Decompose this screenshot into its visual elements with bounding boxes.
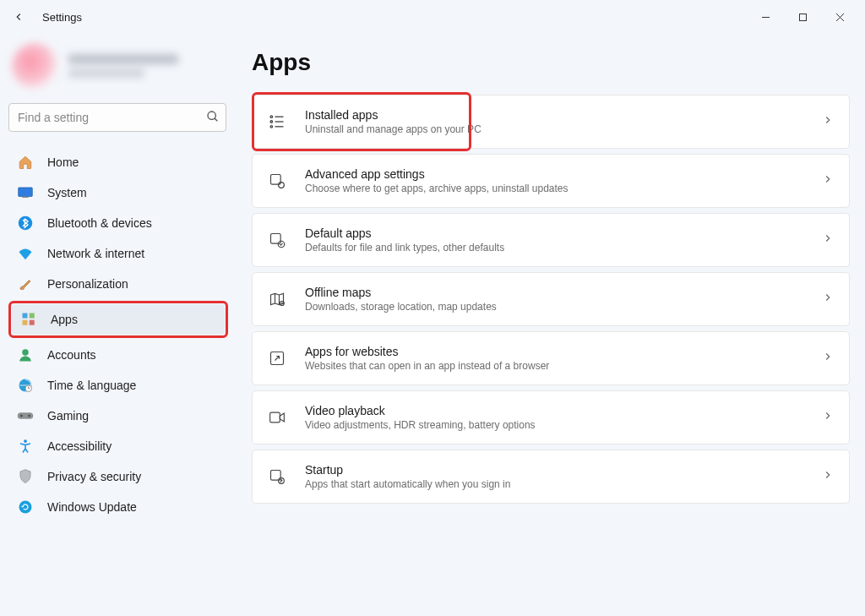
page-title: Apps bbox=[252, 49, 850, 76]
nav-bluetooth[interactable]: Bluetooth & devices bbox=[8, 208, 228, 238]
svg-rect-7 bbox=[22, 197, 29, 199]
brush-icon bbox=[17, 275, 34, 292]
card-subtitle: Websites that can open in an app instead… bbox=[305, 360, 549, 372]
nav-label: Personalization bbox=[47, 277, 128, 291]
open-app-icon bbox=[268, 349, 286, 368]
svg-line-5 bbox=[215, 118, 217, 121]
svg-point-20 bbox=[19, 501, 32, 514]
maximize-button[interactable] bbox=[784, 4, 821, 30]
default-icon bbox=[268, 231, 286, 249]
nav-label: Bluetooth & devices bbox=[47, 216, 152, 230]
card-title: Video playback bbox=[305, 404, 536, 417]
svg-point-18 bbox=[28, 414, 30, 417]
nav-accounts[interactable]: Accounts bbox=[8, 340, 228, 370]
chevron-right-icon bbox=[822, 173, 834, 188]
nav-personalization[interactable]: Personalization bbox=[8, 269, 228, 299]
card-offline-maps[interactable]: Offline maps Downloads, storage location… bbox=[252, 272, 850, 326]
svg-point-28 bbox=[279, 183, 285, 188]
chevron-right-icon bbox=[822, 232, 834, 248]
nav-update[interactable]: Windows Update bbox=[8, 492, 228, 522]
nav-time[interactable]: Time & language bbox=[8, 370, 228, 401]
map-icon bbox=[268, 290, 286, 308]
bluetooth-icon bbox=[17, 215, 34, 232]
chevron-right-icon bbox=[822, 469, 834, 484]
back-button[interactable] bbox=[7, 5, 30, 29]
home-icon bbox=[17, 154, 34, 171]
nav-privacy[interactable]: Privacy & security bbox=[8, 461, 228, 492]
nav-label: Apps bbox=[51, 313, 78, 326]
system-icon bbox=[17, 184, 34, 201]
nav-label: Time & language bbox=[47, 379, 136, 392]
list-icon bbox=[268, 112, 286, 131]
card-title: Advanced app settings bbox=[305, 167, 569, 181]
card-subtitle: Uninstall and manage apps on your PC bbox=[305, 123, 481, 135]
card-subtitle: Choose where to get apps, archive apps, … bbox=[305, 183, 569, 194]
accessibility-icon bbox=[17, 438, 34, 455]
nav-system[interactable]: System bbox=[8, 177, 228, 208]
nav-label: Network & internet bbox=[47, 247, 144, 260]
card-subtitle: Apps that start automatically when you s… bbox=[305, 478, 510, 490]
startup-icon bbox=[268, 467, 286, 486]
search-icon bbox=[206, 110, 220, 127]
card-installed-apps[interactable]: Installed apps Uninstall and manage apps… bbox=[252, 95, 850, 149]
title-bar: Settings bbox=[0, 0, 865, 34]
window-controls bbox=[747, 4, 858, 30]
nav-apps[interactable]: Apps bbox=[12, 304, 225, 335]
svg-point-8 bbox=[19, 216, 33, 231]
app-gear-icon bbox=[268, 172, 286, 190]
nav-home[interactable]: Home bbox=[8, 147, 228, 177]
chevron-right-icon bbox=[822, 410, 834, 425]
chevron-right-icon bbox=[822, 292, 834, 307]
window-title: Settings bbox=[42, 11, 82, 24]
nav-label: Home bbox=[47, 155, 79, 169]
card-advanced-settings[interactable]: Advanced app settings Choose where to ge… bbox=[252, 154, 850, 208]
card-startup[interactable]: Startup Apps that start automatically wh… bbox=[252, 450, 850, 504]
card-apps-for-websites[interactable]: Apps for websites Websites that can open… bbox=[252, 331, 850, 385]
apps-icon bbox=[20, 311, 37, 328]
svg-rect-33 bbox=[270, 412, 280, 422]
card-title: Installed apps bbox=[305, 108, 481, 122]
card-default-apps[interactable]: Default apps Defaults for file and link … bbox=[252, 213, 850, 267]
svg-point-19 bbox=[24, 439, 27, 443]
card-video-playback[interactable]: Video playback Video adjustments, HDR st… bbox=[252, 390, 850, 444]
shield-icon bbox=[17, 468, 34, 485]
person-icon bbox=[17, 346, 34, 363]
card-title: Offline maps bbox=[305, 286, 497, 299]
svg-point-21 bbox=[270, 116, 273, 118]
nav-label: System bbox=[47, 186, 87, 199]
card-subtitle: Downloads, storage location, map updates bbox=[305, 301, 497, 313]
card-title: Apps for websites bbox=[305, 345, 549, 358]
avatar bbox=[12, 43, 58, 90]
nav-accessibility[interactable]: Accessibility bbox=[8, 431, 228, 461]
svg-rect-6 bbox=[19, 188, 33, 197]
nav-network[interactable]: Network & internet bbox=[8, 238, 228, 269]
close-button[interactable] bbox=[821, 4, 858, 30]
minimize-button[interactable] bbox=[747, 4, 784, 30]
wifi-icon bbox=[17, 245, 34, 262]
main-content: Apps Installed apps Uninstall and manage… bbox=[237, 34, 865, 616]
gamepad-icon bbox=[17, 407, 34, 424]
svg-point-17 bbox=[20, 414, 23, 417]
profile-section[interactable] bbox=[8, 42, 228, 90]
svg-rect-16 bbox=[18, 412, 33, 419]
svg-rect-1 bbox=[799, 14, 806, 20]
nav-label: Gaming bbox=[47, 409, 89, 422]
search-input[interactable] bbox=[8, 103, 226, 132]
svg-point-23 bbox=[270, 121, 273, 123]
svg-rect-9 bbox=[23, 313, 28, 319]
card-subtitle: Defaults for file and link types, other … bbox=[305, 242, 504, 253]
update-icon bbox=[17, 499, 34, 515]
card-subtitle: Video adjustments, HDR streaming, batter… bbox=[305, 419, 536, 431]
globe-clock-icon bbox=[17, 377, 34, 394]
svg-rect-11 bbox=[23, 320, 28, 325]
svg-rect-12 bbox=[30, 320, 35, 325]
card-title: Default apps bbox=[305, 226, 504, 240]
chevron-right-icon bbox=[822, 351, 834, 366]
svg-point-25 bbox=[270, 126, 273, 128]
nav-label: Accounts bbox=[47, 348, 96, 362]
nav-label: Windows Update bbox=[47, 500, 137, 514]
chevron-right-icon bbox=[822, 114, 834, 129]
svg-point-4 bbox=[208, 112, 215, 119]
nav-gaming[interactable]: Gaming bbox=[8, 401, 228, 431]
nav-label: Privacy & security bbox=[47, 470, 141, 483]
